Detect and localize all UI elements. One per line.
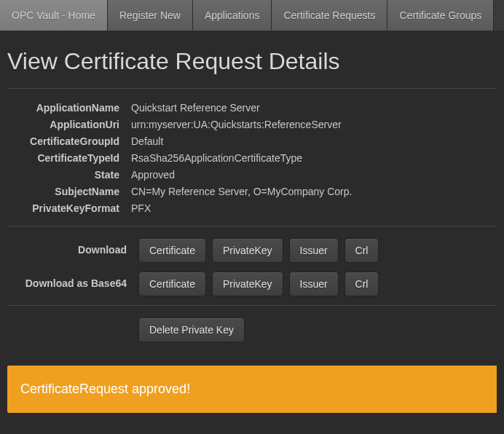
page-title: View Certificate Request Details <box>7 48 497 75</box>
label-application-uri: ApplicationUri <box>7 117 131 132</box>
details-section: ApplicationName Quickstart Reference Ser… <box>7 100 497 216</box>
divider <box>7 305 497 306</box>
divider <box>7 88 497 89</box>
download-b64-crl-button[interactable]: Crl <box>344 272 379 296</box>
label-certificate-type-id: CertificateTypeId <box>7 151 131 165</box>
label-download-base64: Download as Base64 <box>7 272 138 291</box>
nav-certificate-groups[interactable]: Certificate Groups <box>387 0 494 31</box>
label-certificate-group-id: CertificateGroupId <box>7 134 131 149</box>
nav-register-new[interactable]: Register New <box>108 0 193 31</box>
label-download: Download <box>7 238 138 257</box>
download-b64-privatekey-button[interactable]: PrivateKey <box>212 272 283 296</box>
nav-applications[interactable]: Applications <box>193 0 272 31</box>
value-application-name: Quickstart Reference Server <box>131 100 497 115</box>
label-private-key-format: PrivateKeyFormat <box>7 201 131 216</box>
value-application-uri: urn:myserver:UA:Quickstarts:ReferenceSer… <box>131 117 497 132</box>
delete-row: Delete Private Key <box>7 317 497 345</box>
divider <box>7 226 497 226</box>
navbar: OPC Vault - Home Register New Applicatio… <box>0 0 504 31</box>
alert-approved: CertificateRequest approved! <box>7 366 497 413</box>
download-b64-certificate-button[interactable]: Certificate <box>138 272 206 296</box>
label-state: State <box>7 167 131 182</box>
download-section: Download Certificate PrivateKey Issuer C… <box>7 238 497 299</box>
download-b64-issuer-button[interactable]: Issuer <box>289 272 339 296</box>
nav-home[interactable]: OPC Vault - Home <box>0 0 108 31</box>
value-certificate-type-id: RsaSha256ApplicationCertificateType <box>131 151 497 165</box>
label-application-name: ApplicationName <box>7 100 131 115</box>
delete-private-key-button[interactable]: Delete Private Key <box>138 317 245 342</box>
label-subject-name: SubjectName <box>7 184 131 199</box>
download-privatekey-button[interactable]: PrivateKey <box>212 238 283 263</box>
nav-certificate-requests[interactable]: Certificate Requests <box>272 0 387 31</box>
value-state: Approved <box>131 167 497 182</box>
download-issuer-button[interactable]: Issuer <box>289 238 339 263</box>
value-private-key-format: PFX <box>131 201 497 216</box>
value-subject-name: CN=My Reference Server, O=MyCompany Corp… <box>131 184 497 199</box>
download-crl-button[interactable]: Crl <box>344 238 379 263</box>
download-certificate-button[interactable]: Certificate <box>138 238 206 263</box>
value-certificate-group-id: Default <box>131 134 497 149</box>
